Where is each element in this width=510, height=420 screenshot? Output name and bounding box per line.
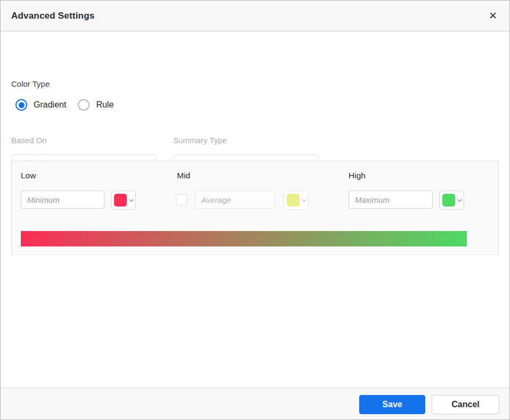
radio-selected-icon [15,99,27,111]
color-type-label: Color Type [11,79,50,88]
dialog-title: Advanced Settings [11,11,94,21]
close-icon[interactable]: ✕ [484,7,502,25]
chevron-down-icon [128,197,135,204]
based-on-label: Based On [11,136,47,145]
mid-color-picker-button[interactable] [284,191,309,210]
chevron-down-icon [301,197,307,204]
mid-checkbox[interactable] [176,194,188,205]
high-label: High [349,171,366,180]
mid-label: Mid [177,171,190,180]
low-label: Low [21,171,36,180]
low-color-swatch [114,194,127,207]
gradient-preview-bar [21,231,467,246]
average-input[interactable] [195,191,275,209]
high-color-swatch [442,194,455,207]
high-color-picker-button[interactable] [439,191,464,210]
radio-rule-label: Rule [96,100,114,110]
dialog-footer: Save Cancel [1,388,509,420]
summary-type-label: Summary Type [173,136,227,145]
radio-unselected-icon [78,99,90,111]
save-button[interactable]: Save [359,395,425,414]
radio-gradient-label: Gradient [34,100,66,110]
chevron-down-icon [456,197,463,204]
color-type-radio-group: Gradient Rule [15,99,125,111]
cancel-button[interactable]: Cancel [432,395,499,414]
low-color-picker-button[interactable] [111,191,136,210]
radio-gradient[interactable]: Gradient [15,99,66,111]
gradient-range-panel: Low Mid High [11,161,499,255]
radio-rule[interactable]: Rule [78,99,114,111]
minimum-input[interactable] [21,191,104,209]
mid-color-swatch [287,194,299,207]
dialog-content: Color Type Gradient Rule Based On ShipVi… [1,31,509,388]
advanced-settings-dialog: Advanced Settings ✕ Color Type Gradient … [0,0,510,420]
maximum-input[interactable] [349,191,433,209]
dialog-header: Advanced Settings ✕ [1,1,509,31]
